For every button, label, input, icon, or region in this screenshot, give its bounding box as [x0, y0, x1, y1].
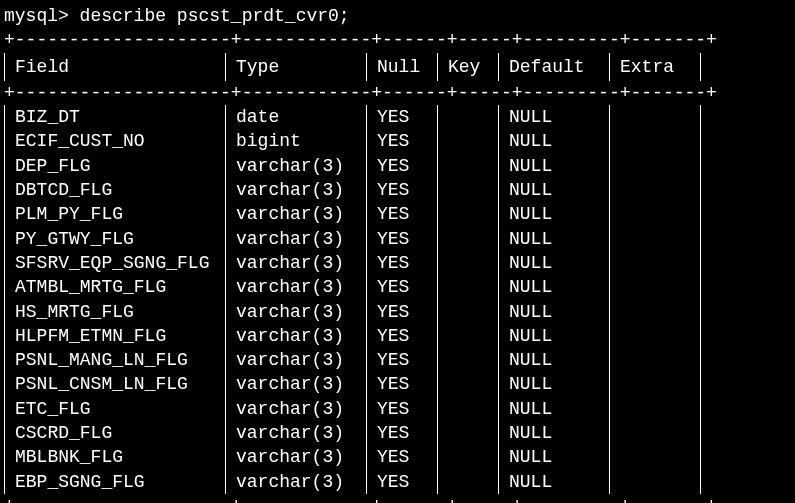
cell-key: [438, 154, 499, 178]
cell-default: NULL: [499, 324, 610, 348]
cell-field: ETC_FLG: [5, 397, 226, 421]
cell-field: HS_MRTG_FLG: [5, 300, 226, 324]
cell-null: YES: [367, 372, 438, 396]
cell-type: varchar(3): [226, 421, 367, 445]
cell-null: YES: [367, 445, 438, 469]
cell-null: YES: [367, 129, 438, 153]
cell-null: YES: [367, 470, 438, 494]
header-default: Default: [499, 53, 610, 81]
table-border-bottom: +--------------------+------------+-----…: [0, 494, 795, 503]
cell-extra: [610, 324, 701, 348]
cell-extra: [610, 129, 701, 153]
cell-field: BIZ_DT: [5, 105, 226, 129]
cell-null: YES: [367, 275, 438, 299]
cell-default: NULL: [499, 445, 610, 469]
cell-field: DBTCD_FLG: [5, 178, 226, 202]
table-row: ETC_FLGvarchar(3)YESNULL: [5, 397, 701, 421]
cell-null: YES: [367, 202, 438, 226]
cell-default: NULL: [499, 251, 610, 275]
cell-key: [438, 202, 499, 226]
cell-default: NULL: [499, 154, 610, 178]
table-border-top: +--------------------+------------+-----…: [0, 28, 795, 52]
cell-key: [438, 227, 499, 251]
table-row: PSNL_MANG_LN_FLGvarchar(3)YESNULL: [5, 348, 701, 372]
cell-key: [438, 397, 499, 421]
cell-type: varchar(3): [226, 470, 367, 494]
cell-key: [438, 445, 499, 469]
cell-extra: [610, 154, 701, 178]
cell-extra: [610, 251, 701, 275]
table-border-mid: +--------------------+------------+-----…: [0, 81, 795, 105]
cell-key: [438, 105, 499, 129]
cell-extra: [610, 275, 701, 299]
cell-type: varchar(3): [226, 178, 367, 202]
cell-key: [438, 470, 499, 494]
cell-extra: [610, 348, 701, 372]
cell-field: SFSRV_EQP_SGNG_FLG: [5, 251, 226, 275]
cell-key: [438, 178, 499, 202]
cell-default: NULL: [499, 421, 610, 445]
table-row: HLPFM_ETMN_FLGvarchar(3)YESNULL: [5, 324, 701, 348]
cell-null: YES: [367, 348, 438, 372]
cell-field: ECIF_CUST_NO: [5, 129, 226, 153]
cell-extra: [610, 470, 701, 494]
cell-key: [438, 372, 499, 396]
table-row: ECIF_CUST_NObigintYESNULL: [5, 129, 701, 153]
cell-default: NULL: [499, 129, 610, 153]
cell-extra: [610, 397, 701, 421]
cell-null: YES: [367, 421, 438, 445]
cell-key: [438, 275, 499, 299]
cell-default: NULL: [499, 300, 610, 324]
cell-type: varchar(3): [226, 275, 367, 299]
cell-key: [438, 129, 499, 153]
cell-type: varchar(3): [226, 251, 367, 275]
cell-null: YES: [367, 178, 438, 202]
cell-field: EBP_SGNG_FLG: [5, 470, 226, 494]
table-row: ATMBL_MRTG_FLGvarchar(3)YESNULL: [5, 275, 701, 299]
table-row: BIZ_DTdateYESNULL: [5, 105, 701, 129]
cell-type: varchar(3): [226, 397, 367, 421]
cell-extra: [610, 421, 701, 445]
cell-null: YES: [367, 397, 438, 421]
cell-field: PLM_PY_FLG: [5, 202, 226, 226]
header-null: Null: [367, 53, 438, 81]
cell-null: YES: [367, 105, 438, 129]
cell-key: [438, 300, 499, 324]
table-row: EBP_SGNG_FLGvarchar(3)YESNULL: [5, 470, 701, 494]
cell-extra: [610, 178, 701, 202]
terminal-output[interactable]: mysql> describe pscst_prdt_cvr0; +------…: [0, 0, 795, 503]
describe-table-body: BIZ_DTdateYESNULLECIF_CUST_NObigintYESNU…: [4, 105, 701, 494]
cell-type: varchar(3): [226, 324, 367, 348]
table-row: PLM_PY_FLGvarchar(3)YESNULL: [5, 202, 701, 226]
cell-field: CSCRD_FLG: [5, 421, 226, 445]
cell-key: [438, 324, 499, 348]
cell-type: varchar(3): [226, 445, 367, 469]
cell-key: [438, 421, 499, 445]
cell-type: varchar(3): [226, 300, 367, 324]
cell-null: YES: [367, 154, 438, 178]
cell-key: [438, 251, 499, 275]
describe-table: Field Type Null Key Default Extra: [4, 53, 701, 81]
table-row: MBLBNK_FLGvarchar(3)YESNULL: [5, 445, 701, 469]
cell-default: NULL: [499, 470, 610, 494]
cell-null: YES: [367, 251, 438, 275]
command-prompt: mysql> describe pscst_prdt_cvr0;: [0, 4, 795, 28]
cell-field: PSNL_MANG_LN_FLG: [5, 348, 226, 372]
cell-default: NULL: [499, 202, 610, 226]
cell-type: varchar(3): [226, 202, 367, 226]
cell-null: YES: [367, 324, 438, 348]
table-row: DEP_FLGvarchar(3)YESNULL: [5, 154, 701, 178]
table-row: PY_GTWY_FLGvarchar(3)YESNULL: [5, 227, 701, 251]
cell-field: PSNL_CNSM_LN_FLG: [5, 372, 226, 396]
cell-type: varchar(3): [226, 372, 367, 396]
cell-key: [438, 348, 499, 372]
cell-type: date: [226, 105, 367, 129]
header-field: Field: [5, 53, 226, 81]
cell-type: varchar(3): [226, 227, 367, 251]
cell-default: NULL: [499, 348, 610, 372]
table-row: SFSRV_EQP_SGNG_FLGvarchar(3)YESNULL: [5, 251, 701, 275]
header-key: Key: [438, 53, 499, 81]
cell-default: NULL: [499, 178, 610, 202]
cell-null: YES: [367, 227, 438, 251]
cell-default: NULL: [499, 275, 610, 299]
